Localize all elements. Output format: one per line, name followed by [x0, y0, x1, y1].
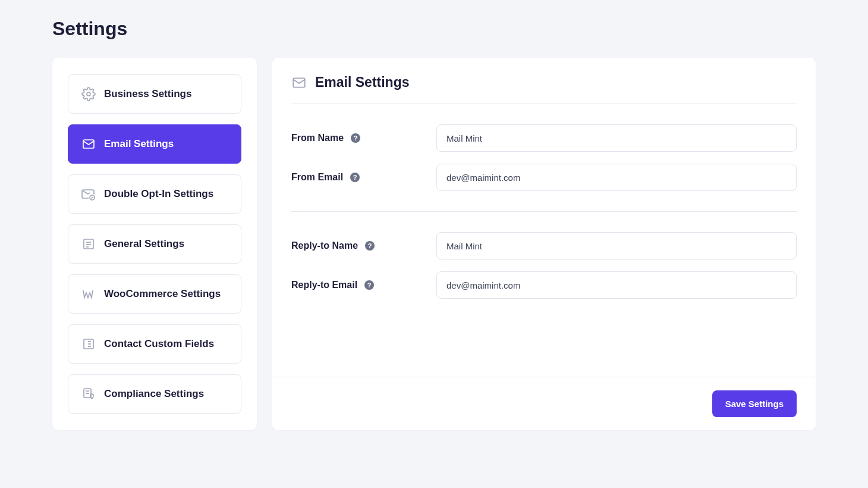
form-row-reply-name: Reply-to Name ? — [291, 232, 797, 259]
panel-title: Email Settings — [315, 74, 409, 90]
help-icon[interactable]: ? — [364, 280, 374, 290]
form-row-from-email: From Email ? — [291, 164, 797, 191]
form-icon — [81, 337, 96, 351]
help-icon[interactable]: ? — [351, 133, 360, 143]
from-name-label: From Name ? — [291, 133, 436, 143]
woocommerce-icon — [81, 287, 96, 301]
sidebar-item-general[interactable]: General Settings — [68, 224, 241, 264]
save-settings-button[interactable]: Save Settings — [712, 390, 797, 417]
reply-name-label: Reply-to Name ? — [291, 240, 436, 251]
settings-sidebar: Business Settings Email Settings — [52, 58, 257, 430]
shield-document-icon — [81, 387, 96, 401]
form-section-from: From Name ? From Email ? — [272, 104, 816, 211]
form-section-reply: Reply-to Name ? Reply-to Email ? — [272, 212, 816, 319]
mail-icon — [81, 137, 96, 151]
help-icon[interactable]: ? — [350, 173, 360, 182]
from-name-input[interactable] — [436, 124, 797, 152]
from-email-label: From Email ? — [291, 172, 436, 183]
from-email-input[interactable] — [436, 164, 797, 191]
page-title: Settings — [52, 18, 816, 40]
mail-check-icon — [81, 187, 96, 201]
sidebar-item-label: Contact Custom Fields — [104, 338, 214, 350]
svg-point-0 — [87, 92, 90, 96]
reply-name-input[interactable] — [436, 232, 797, 259]
main-panel: Email Settings From Name ? From Email ? — [272, 58, 816, 430]
help-icon[interactable]: ? — [365, 241, 375, 251]
gear-icon — [81, 87, 96, 101]
document-icon — [81, 237, 96, 251]
form-row-reply-email: Reply-to Email ? — [291, 271, 797, 299]
reply-email-label: Reply-to Email ? — [291, 280, 436, 290]
sidebar-item-business[interactable]: Business Settings — [68, 74, 241, 114]
panel-footer: Save Settings — [272, 377, 816, 430]
sidebar-item-custom-fields[interactable]: Contact Custom Fields — [68, 324, 241, 364]
sidebar-item-woocommerce[interactable]: WooCommerce Settings — [68, 274, 241, 314]
sidebar-item-compliance[interactable]: Compliance Settings — [68, 374, 241, 414]
sidebar-item-label: Compliance Settings — [104, 388, 204, 400]
sidebar-item-double-optin[interactable]: Double Opt-In Settings — [68, 174, 241, 214]
mail-icon — [291, 75, 307, 90]
sidebar-item-label: WooCommerce Settings — [104, 288, 221, 300]
sidebar-item-label: General Settings — [104, 238, 184, 250]
sidebar-item-label: Double Opt-In Settings — [104, 188, 213, 200]
reply-email-input[interactable] — [436, 271, 797, 299]
sidebar-item-email[interactable]: Email Settings — [68, 124, 241, 164]
form-row-from-name: From Name ? — [291, 124, 797, 152]
panel-header: Email Settings — [272, 58, 816, 104]
sidebar-item-label: Email Settings — [104, 138, 174, 150]
sidebar-item-label: Business Settings — [104, 88, 191, 100]
